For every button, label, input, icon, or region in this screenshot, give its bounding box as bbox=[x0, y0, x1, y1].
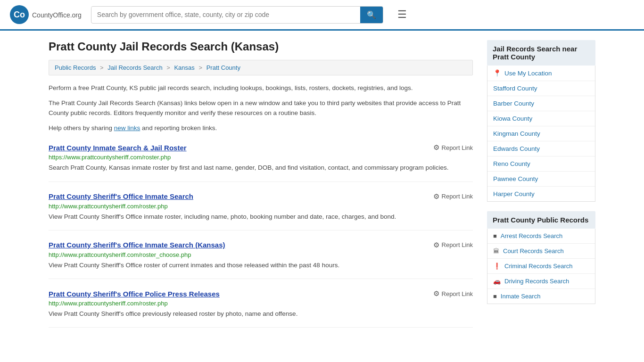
sidebar-item-barber[interactable]: Barber County bbox=[487, 96, 595, 111]
result-title[interactable]: Pratt County Sheriff's Office Inmate Sea… bbox=[49, 241, 225, 249]
search-input[interactable] bbox=[91, 7, 360, 22]
result-desc: View Pratt County Sheriff's Office roste… bbox=[49, 261, 473, 270]
report-link[interactable]: ⚙ Report Link bbox=[433, 289, 473, 298]
breadcrumb-kansas[interactable]: Kansas bbox=[174, 64, 194, 71]
report-icon: ⚙ bbox=[433, 143, 439, 152]
sidebar-item-criminal-records[interactable]: ❗ Criminal Records Search bbox=[487, 259, 595, 274]
result-item: Pratt County Sheriff's Office Inmate Sea… bbox=[49, 241, 473, 279]
sidebar: Jail Records Search near Pratt County 📍 … bbox=[487, 40, 595, 328]
sidebar-item-use-my-location[interactable]: 📍 Use My Location bbox=[487, 66, 595, 81]
result-desc: View Pratt County Sheriff's office previ… bbox=[49, 309, 473, 319]
sidebar-item-pawnee[interactable]: Pawnee County bbox=[487, 172, 595, 187]
sidebar-nearby-list: 📍 Use My Location Stafford County Barber… bbox=[487, 66, 595, 202]
breadcrumb-jail-records[interactable]: Jail Records Search bbox=[107, 64, 162, 71]
use-my-location-link[interactable]: 📍 Use My Location bbox=[487, 66, 595, 81]
sidebar-item-stafford[interactable]: Stafford County bbox=[487, 81, 595, 96]
logo-text: CountyOffice.org bbox=[32, 10, 82, 20]
result-desc: View Pratt County Sheriff's Office inmat… bbox=[49, 212, 473, 222]
report-link[interactable]: ⚙ Report Link bbox=[433, 192, 473, 201]
arrest-records-icon: ■ bbox=[493, 232, 497, 239]
result-title[interactable]: Pratt County Sheriff's Office Inmate Sea… bbox=[49, 192, 193, 200]
sidebar-item-inmate-search[interactable]: ■ Inmate Search bbox=[487, 289, 595, 304]
sidebar-public-records-header: Pratt County Public Records bbox=[487, 211, 595, 229]
content-area: Pratt County Jail Records Search (Kansas… bbox=[49, 40, 473, 328]
sidebar-public-records-list: ■ Arrest Records Search 🏛 Court Records … bbox=[487, 229, 595, 304]
header: Co CountyOffice.org 🔍 ☰ bbox=[0, 0, 644, 31]
result-title[interactable]: Pratt County Inmate Search & Jail Roster bbox=[49, 144, 187, 152]
sidebar-item-edwards[interactable]: Edwards County bbox=[487, 141, 595, 156]
desc-paragraph-2: The Pratt County Jail Records Search (Ka… bbox=[49, 98, 473, 118]
sidebar-item-kiowa[interactable]: Kiowa County bbox=[487, 111, 595, 126]
sidebar-item-reno[interactable]: Reno County bbox=[487, 156, 595, 172]
result-url: http://www.prattcountysheriff.com/roster… bbox=[49, 203, 473, 210]
sidebar-nearby-section: Jail Records Search near Pratt County 📍 … bbox=[487, 40, 595, 202]
main-layout: Pratt County Jail Records Search (Kansas… bbox=[39, 31, 605, 337]
result-item: Pratt County Sheriff's Office Inmate Sea… bbox=[49, 192, 473, 230]
svg-text:Co: Co bbox=[14, 10, 25, 19]
menu-button[interactable]: ☰ bbox=[397, 8, 407, 21]
result-url: http://www.prattcountysheriff.com/roster… bbox=[49, 251, 473, 258]
desc-paragraph-3: Help others by sharing new links and rep… bbox=[49, 123, 473, 133]
logo-suffix: .org bbox=[70, 11, 82, 19]
sidebar-item-kingman[interactable]: Kingman County bbox=[487, 126, 595, 141]
logo[interactable]: Co CountyOffice.org bbox=[9, 5, 82, 25]
page-title: Pratt County Jail Records Search (Kansas… bbox=[49, 40, 473, 53]
results-list: Pratt County Inmate Search & Jail Roster… bbox=[49, 143, 473, 328]
result-item: Pratt County Sheriff's Office Police Pre… bbox=[49, 289, 473, 328]
report-icon: ⚙ bbox=[433, 192, 439, 201]
result-url: https://www.prattcountysheriff.com/roste… bbox=[49, 154, 473, 161]
breadcrumb-public-records[interactable]: Public Records bbox=[55, 64, 96, 71]
sidebar-public-records-section: Pratt County Public Records ■ Arrest Rec… bbox=[487, 211, 595, 304]
logo-icon: Co bbox=[9, 5, 29, 25]
breadcrumb-pratt-county[interactable]: Pratt County bbox=[206, 64, 240, 71]
search-bar: 🔍 bbox=[91, 6, 383, 24]
result-url: http://www.prattcountysheriff.com/roster… bbox=[49, 300, 473, 307]
desc-paragraph-1: Perform a free Pratt County, KS public j… bbox=[49, 83, 473, 93]
result-title[interactable]: Pratt County Sheriff's Office Police Pre… bbox=[49, 290, 220, 298]
report-icon: ⚙ bbox=[433, 289, 439, 298]
location-icon: 📍 bbox=[493, 69, 501, 77]
report-link[interactable]: ⚙ Report Link bbox=[433, 241, 473, 249]
breadcrumb: Public Records > Jail Records Search > K… bbox=[49, 60, 473, 75]
description: Perform a free Pratt County, KS public j… bbox=[49, 83, 473, 133]
sidebar-nearby-header: Jail Records Search near Pratt County bbox=[487, 40, 595, 66]
result-desc: Search Pratt County, Kansas inmate roste… bbox=[49, 163, 473, 173]
sidebar-item-arrest-records[interactable]: ■ Arrest Records Search bbox=[487, 229, 595, 244]
court-records-icon: 🏛 bbox=[493, 247, 499, 255]
report-icon: ⚙ bbox=[433, 241, 439, 249]
result-item: Pratt County Inmate Search & Jail Roster… bbox=[49, 143, 473, 181]
sidebar-item-court-records[interactable]: 🏛 Court Records Search bbox=[487, 244, 595, 259]
logo-name: CountyOffice bbox=[32, 11, 70, 19]
inmate-search-icon: ■ bbox=[493, 293, 497, 300]
criminal-records-icon: ❗ bbox=[493, 263, 501, 270]
driving-records-icon: 🚗 bbox=[493, 278, 501, 285]
search-button[interactable]: 🔍 bbox=[360, 7, 383, 23]
sidebar-item-harper[interactable]: Harper County bbox=[487, 187, 595, 201]
new-links-link[interactable]: new links bbox=[114, 124, 140, 132]
sidebar-item-driving-records[interactable]: 🚗 Driving Records Search bbox=[487, 274, 595, 289]
report-link[interactable]: ⚙ Report Link bbox=[433, 143, 473, 152]
